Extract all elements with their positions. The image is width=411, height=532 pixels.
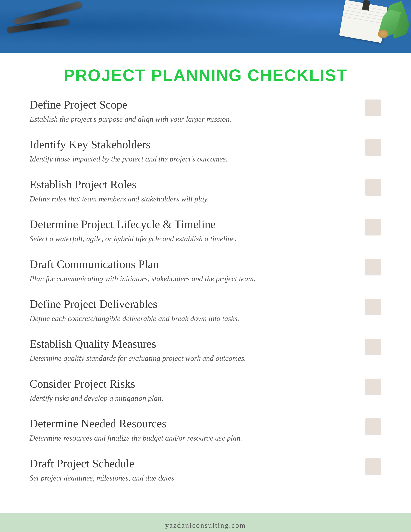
checkbox-define-scope[interactable] xyxy=(365,99,381,116)
item-description-draft-communications: Plan for communicating with initiators, … xyxy=(30,274,352,284)
checklist-item-determine-resources: Determine Needed Resources Determine res… xyxy=(30,417,381,447)
item-description-draft-schedule: Set project deadlines, milestones, and d… xyxy=(30,473,352,483)
footer-website: yazdaniconsulting.com xyxy=(165,521,246,529)
checklist-item-define-deliverables: Define Project Deliverables Define each … xyxy=(30,297,381,327)
checkbox-draft-schedule[interactable] xyxy=(365,458,381,475)
content-area: PROJECT PLANNING CHECKLIST Define Projec… xyxy=(0,53,411,513)
item-text-define-deliverables: Define Project Deliverables Define each … xyxy=(30,297,365,324)
page-title: PROJECT PLANNING CHECKLIST xyxy=(30,66,381,85)
item-title-determine-resources: Determine Needed Resources xyxy=(30,417,352,430)
checklist-item-determine-lifecycle: Determine Project Lifecycle & Timeline S… xyxy=(30,218,381,247)
item-description-define-scope: Establish the project's purpose and alig… xyxy=(30,114,352,124)
item-description-establish-roles: Define roles that team members and stake… xyxy=(30,194,352,204)
item-text-draft-schedule: Draft Project Schedule Set project deadl… xyxy=(30,457,365,483)
checklist-item-define-scope: Define Project Scope Establish the proje… xyxy=(30,98,381,128)
checklist-item-identify-stakeholders: Identify Key Stakeholders Identify those… xyxy=(30,138,381,168)
footer: yazdaniconsulting.com xyxy=(0,513,411,532)
item-title-establish-quality: Establish Quality Measures xyxy=(30,337,352,351)
notebook-clip xyxy=(362,0,370,11)
checklist-item-establish-roles: Establish Project Roles Define roles tha… xyxy=(30,178,381,208)
checkbox-draft-communications[interactable] xyxy=(365,259,381,276)
checkbox-identify-stakeholders[interactable] xyxy=(365,139,381,156)
item-title-draft-schedule: Draft Project Schedule xyxy=(30,457,352,471)
item-title-establish-roles: Establish Project Roles xyxy=(30,178,352,191)
checkbox-determine-lifecycle[interactable] xyxy=(365,219,381,236)
checkbox-define-deliverables[interactable] xyxy=(365,299,381,315)
item-title-define-scope: Define Project Scope xyxy=(30,98,352,112)
checklist-container: Define Project Scope Establish the proje… xyxy=(30,98,381,487)
item-title-define-deliverables: Define Project Deliverables xyxy=(30,297,352,311)
checkbox-establish-quality[interactable] xyxy=(365,339,381,355)
shell-decoration xyxy=(378,30,388,38)
item-title-draft-communications: Draft Communications Plan xyxy=(30,257,352,271)
item-title-consider-risks: Consider Project Risks xyxy=(30,377,352,391)
checkbox-determine-resources[interactable] xyxy=(365,418,381,435)
item-text-establish-roles: Establish Project Roles Define roles tha… xyxy=(30,178,365,204)
checklist-item-establish-quality: Establish Quality Measures Determine qua… xyxy=(30,337,381,367)
item-text-determine-resources: Determine Needed Resources Determine res… xyxy=(30,417,365,443)
header-image xyxy=(0,0,411,53)
item-description-determine-resources: Determine resources and finalize the bud… xyxy=(30,433,352,443)
item-text-identify-stakeholders: Identify Key Stakeholders Identify those… xyxy=(30,138,365,164)
checklist-item-draft-schedule: Draft Project Schedule Set project deadl… xyxy=(30,457,381,487)
checkbox-consider-risks[interactable] xyxy=(365,379,381,395)
item-title-determine-lifecycle: Determine Project Lifecycle & Timeline xyxy=(30,218,352,231)
item-description-define-deliverables: Define each concrete/tangible deliverabl… xyxy=(30,313,352,324)
checkbox-establish-roles[interactable] xyxy=(365,179,381,196)
item-text-determine-lifecycle: Determine Project Lifecycle & Timeline S… xyxy=(30,218,365,244)
plant-decoration xyxy=(378,0,411,46)
item-description-establish-quality: Determine quality standards for evaluati… xyxy=(30,353,352,364)
item-text-define-scope: Define Project Scope Establish the proje… xyxy=(30,98,365,124)
item-description-identify-stakeholders: Identify those impacted by the project a… xyxy=(30,154,352,164)
item-description-consider-risks: Identify risks and develop a mitigation … xyxy=(30,393,352,404)
item-description-determine-lifecycle: Select a waterfall, agile, or hybrid lif… xyxy=(30,234,352,244)
checklist-item-consider-risks: Consider Project Risks Identify risks an… xyxy=(30,377,381,407)
checklist-item-draft-communications: Draft Communications Plan Plan for commu… xyxy=(30,257,381,287)
item-text-establish-quality: Establish Quality Measures Determine qua… xyxy=(30,337,365,364)
item-text-draft-communications: Draft Communications Plan Plan for commu… xyxy=(30,257,365,284)
item-text-consider-risks: Consider Project Risks Identify risks an… xyxy=(30,377,365,404)
item-title-identify-stakeholders: Identify Key Stakeholders xyxy=(30,138,352,152)
